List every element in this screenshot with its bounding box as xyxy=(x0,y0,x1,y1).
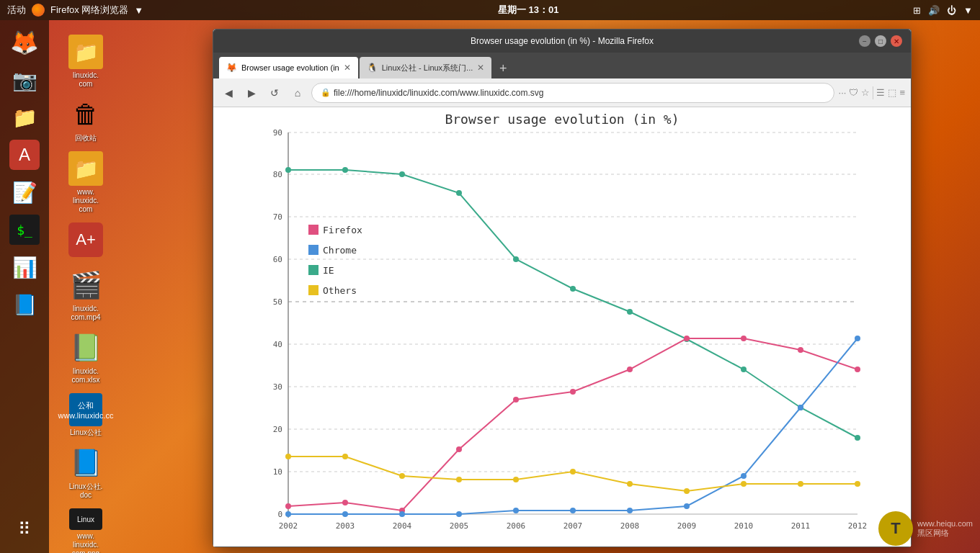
svg-point-55 xyxy=(342,511,348,517)
menu-btn[interactable]: ≡ xyxy=(899,87,905,98)
svg-point-34 xyxy=(399,171,405,177)
svg-point-40 xyxy=(741,367,747,372)
svg-text:2012: 2012 xyxy=(848,521,868,531)
svg-point-33 xyxy=(342,167,348,173)
legend-firefox-box xyxy=(308,225,318,235)
address-input[interactable]: 🔒 file:///home/linuxidc/linuxidc.com/www… xyxy=(311,83,834,103)
power-icon: ⏻ xyxy=(947,5,956,16)
dock-item-firefox[interactable]: 🦊 xyxy=(1,26,48,60)
svg-point-43 xyxy=(285,503,291,509)
sidebar-btn[interactable]: ☰ xyxy=(876,87,885,98)
tab-linux-community[interactable]: 🐧 Linux公社 - Linux系统门... ✕ xyxy=(360,57,492,78)
dock-item-excel[interactable]: 📊 xyxy=(1,251,48,285)
legend-others-label: Others xyxy=(323,285,357,296)
svg-text:0: 0 xyxy=(277,510,282,519)
svg-point-60 xyxy=(627,508,633,513)
svg-point-73 xyxy=(741,481,747,487)
minimize-button[interactable]: − xyxy=(859,35,870,47)
dock-item-camera[interactable]: 📷 xyxy=(1,63,48,98)
browser-titlebar: Browser usage evolution (in %) - Mozilla… xyxy=(213,30,911,53)
reader-btn[interactable]: ⬚ xyxy=(888,87,896,98)
tab-browser-usage[interactable]: 🦊 Browser usage evolution (in ✕ xyxy=(219,57,358,78)
svg-point-68 xyxy=(456,477,462,482)
desktop-icon-linuxidc-com[interactable]: 📁 linuxidc.com xyxy=(60,35,112,89)
more-button[interactable]: ··· xyxy=(839,87,847,98)
volume-icon: 🔊 xyxy=(928,5,940,16)
url-text: file:///home/linuxidc/linuxidc.com/www.l… xyxy=(334,88,825,98)
dock-item-terminal[interactable]: $_ xyxy=(1,213,48,248)
network-icon: ⊞ xyxy=(913,5,921,16)
svg-point-48 xyxy=(570,389,576,395)
home-button[interactable]: ⌂ xyxy=(288,84,307,102)
svg-text:2010: 2010 xyxy=(734,521,754,531)
dock-item-sublime[interactable]: 📝 xyxy=(1,176,48,210)
legend-chrome-label: Chrome xyxy=(323,245,357,256)
dock-item-installer[interactable]: A xyxy=(1,138,48,173)
watermark-site: www.heiqu.com 黑区网络 xyxy=(917,519,973,539)
close-button[interactable]: ✕ xyxy=(891,35,902,47)
topbar: 活动 Firefox 网络浏览器 ▼ 星期一 13：01 ⊞ 🔊 ⏻ ▼ xyxy=(0,0,980,20)
desktop-icon-doc[interactable]: 📘 Linux公社.doc xyxy=(60,446,112,500)
svg-point-61 xyxy=(684,503,690,509)
new-tab-button[interactable]: + xyxy=(493,58,513,78)
desktop: 活动 Firefox 网络浏览器 ▼ 星期一 13：01 ⊞ 🔊 ⏻ ▼ 🦊 📷 xyxy=(0,0,980,553)
svg-text:2008: 2008 xyxy=(620,521,640,531)
tab-close-1[interactable]: ✕ xyxy=(344,63,351,73)
activities-label[interactable]: 活动 xyxy=(7,4,26,17)
page-content: Browser usage evolution (in %) 0 xyxy=(213,107,911,547)
dock-item-files[interactable]: 📁 xyxy=(1,101,48,135)
lock-icon: 🔒 xyxy=(321,88,331,97)
dock-item-word[interactable]: 📘 xyxy=(1,288,48,323)
address-bar: ◀ ▶ ↺ ⌂ 🔒 file:///home/linuxidc/linuxidc… xyxy=(213,78,911,107)
topbar-right-dropdown-icon[interactable]: ▼ xyxy=(963,5,973,16)
reload-button[interactable]: ↺ xyxy=(265,84,284,102)
legend-firefox-label: Firefox xyxy=(323,225,362,235)
browser-name-label: Firefox 网络浏览器 xyxy=(50,4,128,17)
bookmark-icon[interactable]: 🛡 xyxy=(849,87,858,98)
legend-ie-label: IE xyxy=(323,265,334,276)
back-button[interactable]: ◀ xyxy=(219,84,238,102)
svg-point-37 xyxy=(570,286,576,292)
svg-text:90: 90 xyxy=(273,128,282,138)
dock: 🦊 📷 📁 A 📝 $_ xyxy=(0,20,49,553)
svg-text:2004: 2004 xyxy=(393,521,412,531)
topbar-right: ⊞ 🔊 ⏻ ▼ xyxy=(913,5,973,16)
dock-item-apps[interactable]: ⠿ xyxy=(1,513,48,547)
legend-chrome-box xyxy=(308,245,318,255)
desktop-icon-installer[interactable]: A+ xyxy=(60,222,112,259)
svg-point-44 xyxy=(342,500,348,505)
svg-point-32 xyxy=(285,167,291,173)
svg-point-38 xyxy=(627,309,633,315)
chart-svg: Browser usage evolution (in %) 0 xyxy=(231,107,894,547)
desktop-icon-www-linuxidc[interactable]: 📁 www.linuxidc.com xyxy=(60,151,112,214)
window-controls: − □ ✕ xyxy=(859,35,902,47)
svg-point-59 xyxy=(570,508,576,513)
browser-window: Browser usage evolution (in %) - Mozilla… xyxy=(213,29,912,547)
svg-point-62 xyxy=(741,473,747,479)
browser-title: Browser usage evolution (in %) - Mozilla… xyxy=(265,36,859,46)
svg-text:20: 20 xyxy=(273,425,282,434)
star-icon[interactable]: ☆ xyxy=(861,87,870,98)
svg-point-46 xyxy=(456,446,462,452)
topbar-left: 活动 Firefox 网络浏览器 ▼ xyxy=(7,4,143,17)
legend-ie-box xyxy=(308,265,318,275)
svg-point-36 xyxy=(513,256,519,262)
tab-close-2[interactable]: ✕ xyxy=(477,63,484,73)
desktop-icon-linux-community[interactable]: 公和www.linuxidc.cc Linux公社 xyxy=(60,393,112,437)
desktop-icon-mp4[interactable]: 🎬 linuxidc.com.mp4 xyxy=(60,268,112,322)
maximize-button[interactable]: □ xyxy=(875,35,886,47)
svg-point-69 xyxy=(513,477,519,482)
svg-point-49 xyxy=(627,367,633,372)
svg-text:2006: 2006 xyxy=(507,521,526,531)
svg-point-65 xyxy=(285,454,291,459)
desktop-icon-png[interactable]: Linux www.linuxidc.com.png xyxy=(60,508,112,553)
topbar-dropdown-icon[interactable]: ▼ xyxy=(134,5,143,16)
forward-button[interactable]: ▶ xyxy=(242,84,261,102)
desktop-icon-recycle-bin[interactable]: 🗑 回收站 xyxy=(60,97,112,143)
svg-point-42 xyxy=(855,435,860,441)
desktop-icon-xlsx[interactable]: 📗 linuxidc.com.xlsx xyxy=(60,331,112,385)
svg-text:2005: 2005 xyxy=(450,521,469,531)
watermark-logo: T xyxy=(878,511,913,546)
svg-point-63 xyxy=(798,405,803,410)
topbar-time: 星期一 13：01 xyxy=(498,4,559,17)
